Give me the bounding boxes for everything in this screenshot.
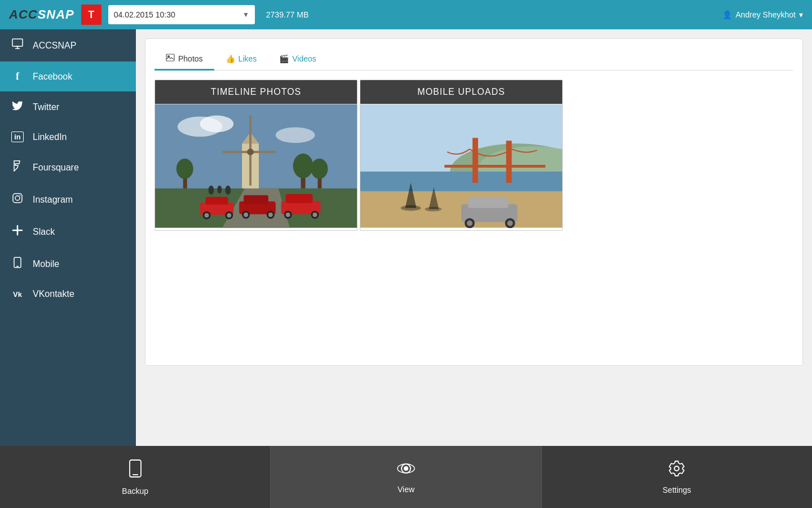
svg-point-68 (467, 220, 473, 226)
sidebar-label-instagram: Instagram (33, 195, 73, 205)
tesla-icon[interactable]: T (81, 5, 102, 25)
dropdown-arrow: ▼ (242, 11, 249, 19)
vkontakte-icon: Vk (11, 290, 24, 299)
slack-icon (11, 225, 24, 239)
svg-point-20 (276, 127, 315, 143)
view-button[interactable]: View (271, 446, 541, 508)
date-dropdown[interactable]: 04.02.2015 10:30 ▼ (108, 5, 255, 24)
content-panel: Photos 👍 Likes 🎬 Videos TIMELINE PHOTOS (145, 38, 803, 366)
sidebar-item-accsnap[interactable]: ACCSNAP (0, 29, 136, 62)
svg-point-5 (15, 196, 20, 200)
tab-likes-label: Likes (239, 54, 257, 63)
main-layout: ACCSNAP f Facebook Twitter in LinkedIn F… (0, 29, 812, 446)
sidebar-item-twitter[interactable]: Twitter (0, 91, 136, 122)
date-value: 04.02.2015 10:30 (114, 10, 175, 19)
svg-rect-37 (206, 197, 228, 205)
content-area: Photos 👍 Likes 🎬 Videos TIMELINE PHOTOS (136, 29, 812, 446)
svg-point-78 (404, 466, 408, 471)
svg-point-53 (312, 213, 317, 217)
svg-rect-64 (444, 165, 545, 168)
svg-point-39 (205, 213, 209, 218)
sidebar-item-facebook[interactable]: f Facebook (0, 62, 136, 91)
sidebar-label-foursquare: Foursquare (33, 163, 79, 173)
monitor-icon (11, 38, 24, 52)
instagram-icon (11, 192, 24, 207)
sidebar-item-vkontakte[interactable]: Vk VKontakte (0, 280, 136, 308)
svg-rect-4 (13, 194, 22, 203)
album-timeline[interactable]: TIMELINE PHOTOS (155, 80, 358, 231)
videos-tab-icon: 🎬 (279, 54, 289, 63)
svg-point-47 (268, 213, 273, 217)
photos-tab-icon (166, 54, 175, 63)
svg-point-33 (311, 159, 328, 179)
sidebar-label-linkedin: LinkedIn (33, 132, 67, 142)
svg-rect-49 (286, 194, 313, 203)
sidebar-label-mobile: Mobile (33, 259, 59, 269)
sidebar-label-accsnap: ACCSNAP (33, 41, 76, 51)
tab-videos-label: Videos (292, 54, 316, 63)
logo-acc: ACC (9, 7, 38, 21)
view-icon (397, 461, 415, 480)
username: Andrey Sheykhot (735, 10, 796, 19)
top-header: ACCSNAP T 04.02.2015 10:30 ▼ 2739.77 MB … (0, 0, 812, 29)
svg-rect-15 (166, 54, 174, 61)
sidebar-label-facebook: Facebook (33, 72, 72, 82)
tabs: Photos 👍 Likes 🎬 Videos (155, 48, 793, 71)
svg-point-55 (217, 186, 222, 194)
svg-point-19 (200, 116, 234, 133)
logo-snap: SNAP (38, 7, 74, 21)
user-icon: 👤 (722, 10, 732, 19)
sidebar-label-vkontakte: VKontakte (33, 289, 74, 299)
svg-point-6 (20, 195, 21, 196)
user-info[interactable]: 👤 Andrey Sheykhot ▾ (722, 10, 803, 19)
storage-info: 2739.77 MB (266, 10, 309, 19)
twitter-icon (11, 100, 24, 113)
linkedin-icon: in (11, 132, 24, 142)
bottom-bar: Backup View Settings (0, 446, 812, 508)
facebook-icon: f (11, 71, 24, 82)
svg-point-51 (286, 213, 290, 217)
sidebar-item-mobile[interactable]: Mobile (0, 248, 136, 280)
sidebar: ACCSNAP f Facebook Twitter in LinkedIn F… (0, 29, 136, 446)
photo-grid: TIMELINE PHOTOS (155, 80, 793, 231)
mobile-icon (11, 257, 24, 271)
sidebar-item-slack[interactable]: Slack (0, 216, 136, 248)
svg-rect-62 (473, 138, 478, 183)
svg-point-29 (247, 148, 254, 155)
svg-point-41 (227, 213, 231, 218)
svg-point-31 (293, 154, 314, 178)
sidebar-item-linkedin[interactable]: in LinkedIn (0, 122, 136, 151)
album-timeline-header: TIMELINE PHOTOS (155, 80, 357, 104)
album-timeline-image (155, 104, 357, 228)
svg-rect-63 (506, 141, 512, 183)
sidebar-item-instagram[interactable]: Instagram (0, 183, 136, 216)
svg-rect-43 (244, 195, 268, 204)
settings-button[interactable]: Settings (542, 446, 812, 508)
album-mobile-header: MOBILE UPLOADS (360, 80, 562, 104)
tab-videos[interactable]: 🎬 Videos (268, 48, 328, 71)
settings-icon (668, 460, 685, 481)
album-mobile[interactable]: MOBILE UPLOADS (360, 80, 563, 231)
sidebar-label-twitter: Twitter (33, 102, 59, 112)
sidebar-item-foursquare[interactable]: Foursquare (0, 151, 136, 183)
tab-photos-label: Photos (178, 54, 203, 63)
svg-rect-0 (12, 39, 23, 46)
album-mobile-image (360, 104, 562, 228)
svg-rect-66 (468, 197, 509, 208)
svg-point-35 (176, 159, 193, 179)
sidebar-label-slack: Slack (33, 227, 55, 237)
backup-icon (127, 459, 143, 482)
tab-photos[interactable]: Photos (155, 48, 214, 71)
svg-point-70 (508, 220, 513, 226)
svg-point-45 (244, 213, 248, 217)
view-label: View (398, 485, 414, 494)
likes-tab-icon: 👍 (226, 54, 235, 63)
backup-label: Backup (122, 487, 148, 496)
settings-label: Settings (663, 485, 691, 494)
backup-button[interactable]: Backup (0, 446, 270, 508)
svg-point-56 (225, 186, 231, 195)
user-dropdown-arrow: ▾ (799, 10, 803, 19)
tab-likes[interactable]: 👍 Likes (214, 48, 268, 71)
svg-point-54 (208, 186, 214, 195)
app-logo: ACCSNAP (9, 7, 74, 22)
